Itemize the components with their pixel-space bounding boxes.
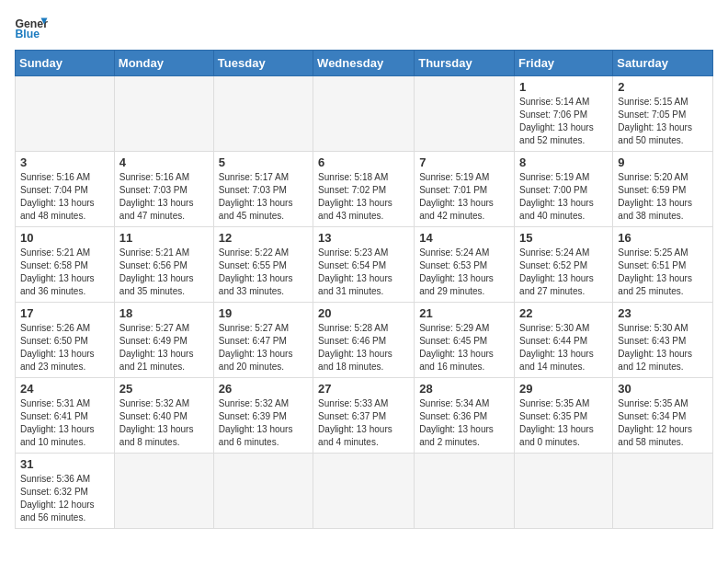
calendar-cell: 28Sunrise: 5:34 AM Sunset: 6:36 PM Dayli… (415, 378, 515, 454)
weekday-header-wednesday: Wednesday (313, 51, 415, 76)
day-number: 14 (419, 231, 509, 245)
calendar-cell: 14Sunrise: 5:24 AM Sunset: 6:53 PM Dayli… (415, 227, 515, 303)
calendar-cell: 31Sunrise: 5:36 AM Sunset: 6:32 PM Dayli… (16, 454, 115, 529)
day-number: 7 (419, 155, 509, 169)
day-number: 18 (119, 306, 209, 320)
calendar-cell (213, 454, 313, 529)
day-info: Sunrise: 5:22 AM Sunset: 6:55 PM Dayligh… (219, 247, 308, 298)
day-info: Sunrise: 5:24 AM Sunset: 6:53 PM Dayligh… (419, 247, 509, 298)
calendar-cell: 9Sunrise: 5:20 AM Sunset: 6:59 PM Daylig… (613, 152, 713, 227)
calendar-cell: 30Sunrise: 5:35 AM Sunset: 6:34 PM Dayli… (613, 378, 713, 454)
day-info: Sunrise: 5:29 AM Sunset: 6:45 PM Dayligh… (419, 322, 509, 373)
day-info: Sunrise: 5:27 AM Sunset: 6:47 PM Dayligh… (219, 322, 308, 373)
day-info: Sunrise: 5:14 AM Sunset: 7:06 PM Dayligh… (519, 96, 608, 147)
calendar-cell (313, 76, 415, 152)
calendar-cell: 24Sunrise: 5:31 AM Sunset: 6:41 PM Dayli… (16, 378, 115, 454)
calendar-cell: 22Sunrise: 5:30 AM Sunset: 6:44 PM Dayli… (515, 303, 613, 378)
calendar-cell: 21Sunrise: 5:29 AM Sunset: 6:45 PM Dayli… (415, 303, 515, 378)
calendar-cell (415, 76, 515, 152)
calendar-cell: 7Sunrise: 5:19 AM Sunset: 7:01 PM Daylig… (415, 152, 515, 227)
day-number: 1 (519, 80, 608, 94)
calendar-cell (213, 76, 313, 152)
calendar-cell: 3Sunrise: 5:16 AM Sunset: 7:04 PM Daylig… (16, 152, 115, 227)
day-number: 30 (618, 382, 708, 396)
day-info: Sunrise: 5:35 AM Sunset: 6:34 PM Dayligh… (618, 397, 708, 449)
day-info: Sunrise: 5:21 AM Sunset: 6:58 PM Dayligh… (20, 247, 109, 298)
day-number: 17 (20, 306, 109, 320)
calendar-cell: 10Sunrise: 5:21 AM Sunset: 6:58 PM Dayli… (16, 227, 115, 303)
day-number: 16 (618, 231, 708, 245)
calendar-cell: 27Sunrise: 5:33 AM Sunset: 6:37 PM Dayli… (313, 378, 415, 454)
day-number: 10 (20, 231, 109, 245)
calendar-cell: 11Sunrise: 5:21 AM Sunset: 6:56 PM Dayli… (114, 227, 213, 303)
day-info: Sunrise: 5:30 AM Sunset: 6:43 PM Dayligh… (618, 322, 708, 373)
day-info: Sunrise: 5:16 AM Sunset: 7:04 PM Dayligh… (20, 171, 109, 223)
calendar-cell: 15Sunrise: 5:24 AM Sunset: 6:52 PM Dayli… (515, 227, 613, 303)
calendar-cell: 13Sunrise: 5:23 AM Sunset: 6:54 PM Dayli… (313, 227, 415, 303)
calendar-cell: 18Sunrise: 5:27 AM Sunset: 6:49 PM Dayli… (114, 303, 213, 378)
weekday-header-saturday: Saturday (613, 51, 713, 76)
day-info: Sunrise: 5:16 AM Sunset: 7:03 PM Dayligh… (119, 171, 209, 223)
calendar-cell (313, 454, 415, 529)
day-info: Sunrise: 5:24 AM Sunset: 6:52 PM Dayligh… (519, 247, 608, 298)
calendar-cell: 4Sunrise: 5:16 AM Sunset: 7:03 PM Daylig… (114, 152, 213, 227)
calendar-cell: 12Sunrise: 5:22 AM Sunset: 6:55 PM Dayli… (213, 227, 313, 303)
day-number: 6 (318, 155, 409, 169)
calendar-cell: 20Sunrise: 5:28 AM Sunset: 6:46 PM Dayli… (313, 303, 415, 378)
calendar-cell (613, 454, 713, 529)
day-info: Sunrise: 5:26 AM Sunset: 6:50 PM Dayligh… (20, 322, 109, 373)
day-number: 15 (519, 231, 608, 245)
day-info: Sunrise: 5:15 AM Sunset: 7:05 PM Dayligh… (618, 96, 708, 147)
day-info: Sunrise: 5:32 AM Sunset: 6:40 PM Dayligh… (119, 397, 209, 449)
calendar-week-6: 31Sunrise: 5:36 AM Sunset: 6:32 PM Dayli… (16, 454, 713, 529)
day-number: 11 (119, 231, 209, 245)
day-info: Sunrise: 5:33 AM Sunset: 6:37 PM Dayligh… (318, 397, 409, 449)
day-number: 21 (419, 306, 509, 320)
weekday-header-tuesday: Tuesday (213, 51, 313, 76)
calendar-week-3: 10Sunrise: 5:21 AM Sunset: 6:58 PM Dayli… (16, 227, 713, 303)
day-info: Sunrise: 5:34 AM Sunset: 6:36 PM Dayligh… (419, 397, 509, 449)
day-info: Sunrise: 5:20 AM Sunset: 6:59 PM Dayligh… (618, 171, 708, 223)
day-number: 13 (318, 231, 409, 245)
calendar: SundayMondayTuesdayWednesdayThursdayFrid… (15, 50, 713, 529)
day-number: 2 (618, 80, 708, 94)
weekday-header-sunday: Sunday (16, 51, 115, 76)
day-info: Sunrise: 5:27 AM Sunset: 6:49 PM Dayligh… (119, 322, 209, 373)
header: General Blue (15, 15, 713, 40)
calendar-week-2: 3Sunrise: 5:16 AM Sunset: 7:04 PM Daylig… (16, 152, 713, 227)
day-number: 8 (519, 155, 608, 169)
day-number: 5 (219, 155, 308, 169)
day-info: Sunrise: 5:18 AM Sunset: 7:02 PM Dayligh… (318, 171, 409, 223)
day-info: Sunrise: 5:19 AM Sunset: 7:01 PM Dayligh… (419, 171, 509, 223)
day-number: 4 (119, 155, 209, 169)
day-info: Sunrise: 5:19 AM Sunset: 7:00 PM Dayligh… (519, 171, 608, 223)
day-info: Sunrise: 5:32 AM Sunset: 6:39 PM Dayligh… (219, 397, 308, 449)
day-number: 23 (618, 306, 708, 320)
day-info: Sunrise: 5:21 AM Sunset: 6:56 PM Dayligh… (119, 247, 209, 298)
calendar-cell: 26Sunrise: 5:32 AM Sunset: 6:39 PM Dayli… (213, 378, 313, 454)
day-number: 19 (219, 306, 308, 320)
calendar-cell: 6Sunrise: 5:18 AM Sunset: 7:02 PM Daylig… (313, 152, 415, 227)
day-info: Sunrise: 5:36 AM Sunset: 6:32 PM Dayligh… (20, 473, 109, 524)
calendar-cell: 8Sunrise: 5:19 AM Sunset: 7:00 PM Daylig… (515, 152, 613, 227)
calendar-cell: 17Sunrise: 5:26 AM Sunset: 6:50 PM Dayli… (16, 303, 115, 378)
day-info: Sunrise: 5:17 AM Sunset: 7:03 PM Dayligh… (219, 171, 308, 223)
calendar-cell: 29Sunrise: 5:35 AM Sunset: 6:35 PM Dayli… (515, 378, 613, 454)
day-number: 20 (318, 306, 409, 320)
day-number: 31 (20, 457, 109, 471)
calendar-cell: 19Sunrise: 5:27 AM Sunset: 6:47 PM Dayli… (213, 303, 313, 378)
day-info: Sunrise: 5:23 AM Sunset: 6:54 PM Dayligh… (318, 247, 409, 298)
day-number: 28 (419, 382, 509, 396)
svg-text:Blue: Blue (16, 28, 40, 40)
calendar-week-4: 17Sunrise: 5:26 AM Sunset: 6:50 PM Dayli… (16, 303, 713, 378)
day-number: 27 (318, 382, 409, 396)
day-number: 24 (20, 382, 109, 396)
day-info: Sunrise: 5:30 AM Sunset: 6:44 PM Dayligh… (519, 322, 608, 373)
day-info: Sunrise: 5:31 AM Sunset: 6:41 PM Dayligh… (20, 397, 109, 449)
calendar-cell: 23Sunrise: 5:30 AM Sunset: 6:43 PM Dayli… (613, 303, 713, 378)
day-number: 12 (219, 231, 308, 245)
day-info: Sunrise: 5:25 AM Sunset: 6:51 PM Dayligh… (618, 247, 708, 298)
day-number: 25 (119, 382, 209, 396)
calendar-cell: 2Sunrise: 5:15 AM Sunset: 7:05 PM Daylig… (613, 76, 713, 152)
calendar-cell: 16Sunrise: 5:25 AM Sunset: 6:51 PM Dayli… (613, 227, 713, 303)
